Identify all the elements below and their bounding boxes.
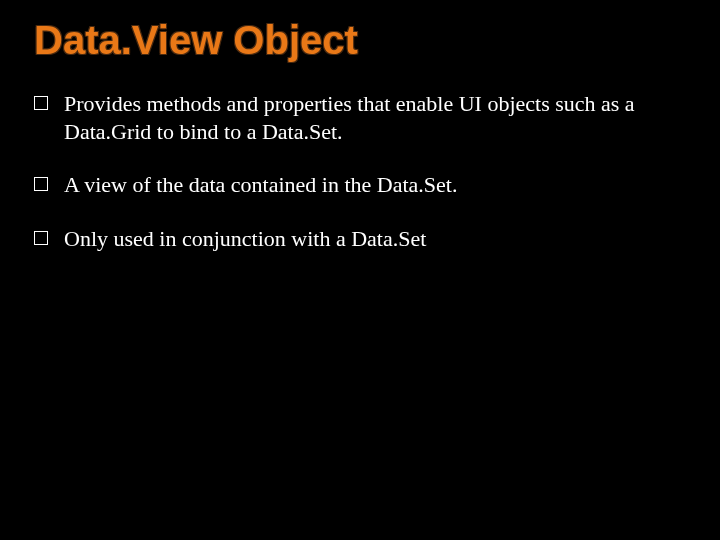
slide: Data.View Object Provides methods and pr… [0,0,720,540]
list-item: A view of the data contained in the Data… [34,171,686,199]
bullet-text: Only used in conjunction with a Data.Set [64,225,664,253]
bullet-text: Provides methods and properties that ena… [64,90,664,145]
list-item: Provides methods and properties that ena… [34,90,686,145]
square-bullet-icon [34,177,48,191]
bullet-text: A view of the data contained in the Data… [64,171,664,199]
square-bullet-icon [34,231,48,245]
list-item: Only used in conjunction with a Data.Set [34,225,686,253]
square-bullet-icon [34,96,48,110]
bullet-list: Provides methods and properties that ena… [34,90,686,252]
slide-title: Data.View Object [34,18,686,62]
